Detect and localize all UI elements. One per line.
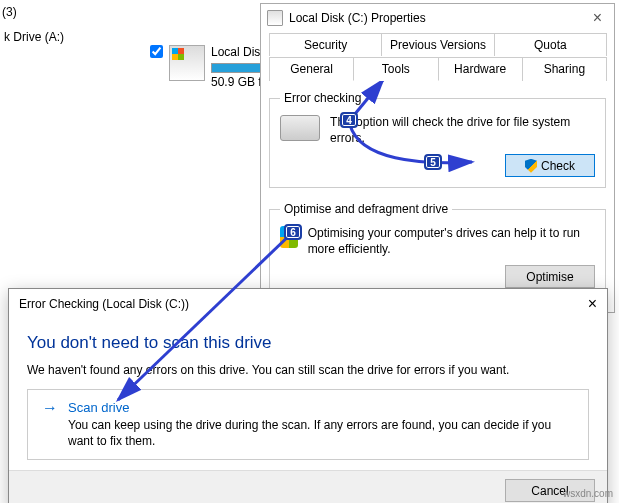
tab-row-upper: Security Previous Versions Quota bbox=[269, 32, 606, 56]
step-badge-6: 6 bbox=[284, 224, 302, 240]
error-checking-legend: Error checking bbox=[280, 91, 365, 105]
drive-c-checkbox[interactable] bbox=[150, 45, 163, 58]
optimise-button[interactable]: Optimise bbox=[505, 265, 595, 288]
tab-sharing[interactable]: Sharing bbox=[522, 57, 607, 81]
optimise-group: Optimise and defragment drive Optimising… bbox=[269, 202, 606, 299]
dialog-title: Error Checking (Local Disk (C:)) bbox=[19, 297, 189, 311]
close-icon[interactable]: × bbox=[587, 9, 608, 27]
optimise-button-label: Optimise bbox=[526, 270, 573, 284]
close-icon[interactable]: × bbox=[588, 295, 597, 313]
tab-tools[interactable]: Tools bbox=[353, 57, 438, 81]
properties-title: Local Disk (C:) Properties bbox=[289, 11, 426, 25]
optimise-legend: Optimise and defragment drive bbox=[280, 202, 452, 216]
disk-icon bbox=[267, 10, 283, 26]
dialog-titlebar[interactable]: Error Checking (Local Disk (C:)) × bbox=[9, 289, 607, 319]
optimise-desc: Optimising your computer's drives can he… bbox=[308, 226, 595, 257]
check-button[interactable]: Check bbox=[505, 154, 595, 177]
error-checking-dialog: Error Checking (Local Disk (C:)) × You d… bbox=[8, 288, 608, 503]
check-button-label: Check bbox=[541, 159, 575, 173]
tab-general[interactable]: General bbox=[269, 57, 354, 81]
dialog-subtext: We haven't found any errors on this driv… bbox=[27, 363, 589, 377]
dialog-heading: You don't need to scan this drive bbox=[27, 333, 589, 353]
scan-drive-option[interactable]: → Scan drive You can keep using the driv… bbox=[27, 389, 589, 460]
hard-drive-icon bbox=[169, 45, 205, 81]
step-badge-4: 4 bbox=[340, 112, 358, 128]
tab-row-lower: General Tools Hardware Sharing bbox=[269, 56, 606, 81]
tab-quota[interactable]: Quota bbox=[494, 33, 607, 56]
watermark: wsxdn.com bbox=[563, 488, 613, 499]
drive-a-label[interactable]: k Drive (A:) bbox=[4, 30, 64, 44]
tab-hardware[interactable]: Hardware bbox=[438, 57, 523, 81]
shield-icon bbox=[525, 159, 537, 173]
tab-security[interactable]: Security bbox=[269, 33, 382, 56]
drives-group-header: ves (3) bbox=[0, 5, 70, 19]
windows-logo-icon bbox=[172, 48, 184, 60]
tab-previous-versions[interactable]: Previous Versions bbox=[381, 33, 494, 56]
step-badge-5: 5 bbox=[424, 154, 442, 170]
properties-titlebar[interactable]: Local Disk (C:) Properties × bbox=[261, 4, 614, 32]
error-checking-group: Error checking This option will check th… bbox=[269, 91, 606, 188]
scan-drive-desc: You can keep using the drive during the … bbox=[68, 417, 574, 449]
scan-drive-title: Scan drive bbox=[68, 400, 574, 415]
error-checking-desc: This option will check the drive for fil… bbox=[330, 115, 595, 146]
arrow-right-icon: → bbox=[42, 400, 58, 449]
hard-drive-icon bbox=[280, 115, 320, 141]
